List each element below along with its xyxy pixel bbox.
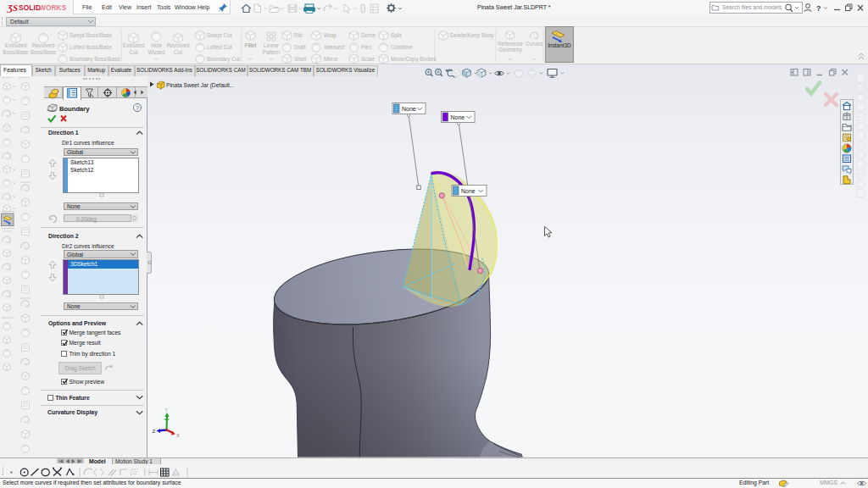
svg-text:Draft: Draft bbox=[294, 44, 306, 50]
svg-text:Instant3D: Instant3D bbox=[548, 42, 571, 48]
svg-text:Extruded: Extruded bbox=[5, 42, 27, 48]
svg-text:Intersect: Intersect bbox=[324, 44, 345, 50]
svg-text:None: None bbox=[402, 106, 416, 112]
svg-text:Shell: Shell bbox=[294, 56, 306, 62]
svg-text:Boss/Base: Boss/Base bbox=[3, 49, 29, 55]
svg-text:Hole: Hole bbox=[151, 42, 163, 48]
svg-text:Revolved: Revolved bbox=[32, 42, 55, 48]
svg-text:Boundary Boss/Base: Boundary Boss/Base bbox=[70, 56, 120, 63]
svg-text:Combine: Combine bbox=[391, 44, 413, 50]
svg-text:Wrap: Wrap bbox=[324, 32, 337, 39]
svg-text:?: ? bbox=[136, 104, 139, 112]
svg-text:Lofted Cut: Lofted Cut bbox=[207, 44, 232, 50]
svg-text:None: None bbox=[451, 114, 465, 120]
svg-text:Fillet: Fillet bbox=[245, 42, 257, 48]
svg-text:Move/Copy Bodies: Move/Copy Bodies bbox=[391, 56, 437, 63]
svg-text:Boundary: Boundary bbox=[59, 105, 90, 113]
svg-text:Geometry: Geometry bbox=[498, 47, 523, 53]
svg-text:Y: Y bbox=[164, 408, 168, 413]
svg-text:Curves: Curves bbox=[526, 41, 542, 47]
svg-text:?: ? bbox=[816, 4, 821, 13]
svg-text:ƷS: ƷS bbox=[7, 3, 18, 13]
svg-text:Linear: Linear bbox=[264, 42, 280, 48]
svg-text:Cut: Cut bbox=[174, 49, 182, 55]
svg-text:Swept Cut: Swept Cut bbox=[207, 32, 232, 39]
svg-text:Revolved: Revolved bbox=[167, 42, 190, 48]
svg-text:Wizard: Wizard bbox=[148, 49, 165, 55]
svg-text:Split: Split bbox=[391, 32, 402, 39]
svg-text:Reference: Reference bbox=[498, 41, 523, 47]
svg-text:WORKS: WORKS bbox=[39, 4, 67, 12]
svg-text:Rib: Rib bbox=[294, 32, 303, 38]
svg-text:Flex: Flex bbox=[361, 44, 372, 50]
svg-text:Swept Boss/Base: Swept Boss/Base bbox=[70, 32, 113, 39]
svg-text:Lofted Boss/Base: Lofted Boss/Base bbox=[70, 44, 113, 50]
svg-text:SOLID: SOLID bbox=[19, 4, 41, 12]
svg-text:X: X bbox=[176, 433, 180, 438]
svg-text:Pattern: Pattern bbox=[263, 49, 281, 55]
svg-text:Z: Z bbox=[153, 429, 156, 434]
svg-text:Extruded: Extruded bbox=[123, 42, 145, 48]
svg-text:Dome: Dome bbox=[361, 32, 376, 38]
svg-text:None: None bbox=[461, 188, 476, 194]
svg-text:Boss/Base: Boss/Base bbox=[31, 49, 57, 55]
svg-text:Boundary Cut: Boundary Cut bbox=[207, 56, 240, 63]
svg-text:Delete/Keep Body: Delete/Keep Body bbox=[450, 32, 494, 39]
svg-text:Cut: Cut bbox=[130, 49, 138, 55]
svg-text:Mirror: Mirror bbox=[324, 56, 339, 62]
svg-text:Scale: Scale bbox=[361, 56, 375, 62]
